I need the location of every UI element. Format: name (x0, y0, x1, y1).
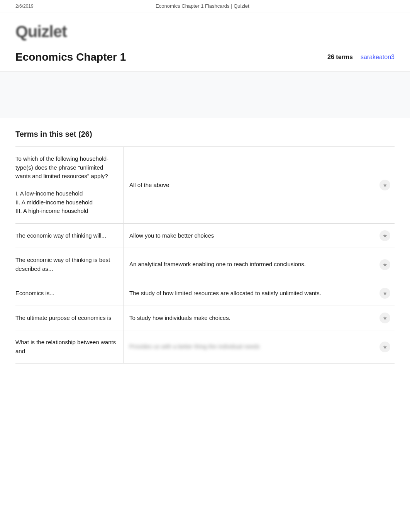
star-icon-cell[interactable]: ★ (375, 330, 395, 363)
star-icon[interactable]: ★ (380, 230, 390, 241)
definition-cell: Provides us with a better thing the indi… (124, 330, 375, 363)
table-row: The ultimate purpose of economics isTo s… (15, 306, 395, 331)
star-icon-cell[interactable]: ★ (375, 306, 395, 330)
table-row: The economic way of thinking is best des… (15, 248, 395, 281)
author-link[interactable]: sarakeaton3 (361, 54, 395, 61)
flashcard-table: To which of the following household-type… (15, 146, 395, 364)
logo-area: Quizlet (0, 12, 410, 47)
definition-cell: The study of how limited resources are a… (124, 281, 375, 306)
star-icon[interactable]: ★ (380, 342, 390, 352)
definition-cell: Allow you to make better choices (124, 224, 375, 248)
study-tools-area (0, 72, 410, 118)
star-icon[interactable]: ★ (380, 313, 390, 323)
top-bar: 2/6/2019 Economics Chapter 1 Flashcards … (0, 0, 410, 12)
table-row: What is the relationship between wants a… (15, 330, 395, 364)
term-cell: To which of the following household-type… (15, 147, 124, 223)
term-cell: The ultimate purpose of economics is (15, 306, 124, 330)
term-cell: The economic way of thinking will... (15, 224, 124, 248)
header-meta: 26 terms sarakeaton3 (327, 54, 395, 61)
logo-text: Quizlet (15, 22, 67, 41)
table-row: To which of the following household-type… (15, 146, 395, 224)
star-icon-cell[interactable]: ★ (375, 281, 395, 306)
definition-cell: All of the above (124, 147, 375, 223)
term-cell: Economics is... (15, 281, 124, 306)
terms-section: Terms in this set (26) To which of the f… (0, 118, 410, 375)
set-title: Economics Chapter 1 (15, 51, 126, 63)
star-icon-cell[interactable]: ★ (375, 224, 395, 248)
date-label: 2/6/2019 (15, 3, 34, 9)
definition-cell: An analytical framework enabling one to … (124, 248, 375, 281)
star-icon-cell[interactable]: ★ (375, 147, 395, 223)
table-row: Economics is...The study of how limited … (15, 281, 395, 306)
star-icon[interactable]: ★ (380, 180, 390, 190)
term-cell: What is the relationship between wants a… (15, 330, 124, 363)
term-cell: The economic way of thinking is best des… (15, 248, 124, 281)
terms-count: 26 terms (327, 54, 353, 61)
header-section: Economics Chapter 1 26 terms sarakeaton3 (0, 47, 410, 72)
star-icon-cell[interactable]: ★ (375, 248, 395, 281)
star-icon[interactable]: ★ (380, 259, 390, 270)
star-icon[interactable]: ★ (380, 288, 390, 299)
terms-heading: Terms in this set (26) (15, 130, 395, 139)
table-row: The economic way of thinking will...Allo… (15, 224, 395, 248)
definition-cell: To study how individuals make choices. (124, 306, 375, 330)
logo[interactable]: Quizlet (15, 20, 93, 43)
page-title-label: Economics Chapter 1 Flashcards | Quizlet (156, 3, 249, 9)
